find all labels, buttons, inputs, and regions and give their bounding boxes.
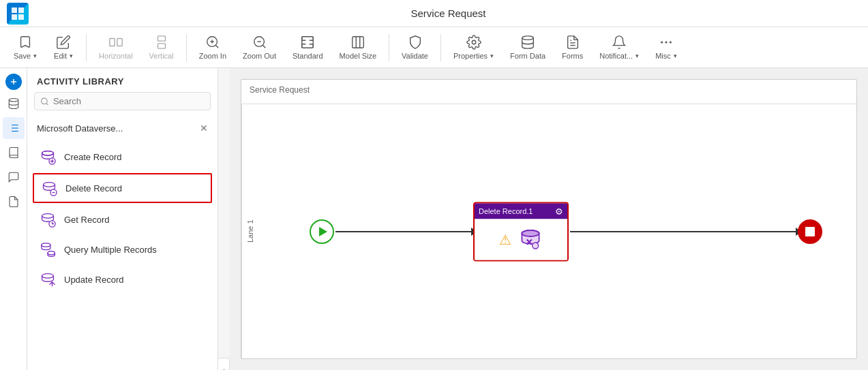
svg-point-46 xyxy=(42,274,54,279)
lane-label: Lane 1 xyxy=(241,104,258,358)
node-body: ⚠ xyxy=(475,219,567,260)
node-header: Delete Record.1 ⚙ xyxy=(475,203,567,219)
flow-end xyxy=(798,219,822,244)
page-title: Service Request xyxy=(35,7,861,19)
update-record-icon xyxy=(38,270,57,289)
svg-point-44 xyxy=(42,243,50,247)
model-size-button[interactable]: Model Size xyxy=(333,32,383,63)
node-settings-icon[interactable]: ⚙ xyxy=(555,206,563,216)
query-multiple-label: Query Multiple Records xyxy=(64,245,157,255)
svg-point-39 xyxy=(44,183,55,187)
edit-chevron: ▾ xyxy=(70,52,73,59)
chat-icon-button[interactable] xyxy=(3,166,25,188)
svg-line-9 xyxy=(215,45,218,48)
svg-line-13 xyxy=(263,45,265,48)
query-multiple-icon xyxy=(38,240,57,259)
search-box[interactable] xyxy=(34,92,211,110)
standard-button[interactable]: Standard xyxy=(286,32,330,63)
validate-button[interactable]: Validate xyxy=(395,32,435,63)
vertical-button[interactable]: Vertical xyxy=(143,32,181,63)
svg-rect-2 xyxy=(12,14,17,20)
activity-library-panel: ACTIVITY LIBRARY Microsoft Dataverse... … xyxy=(27,68,218,370)
properties-button[interactable]: Properties▾ xyxy=(447,32,500,63)
activity-item-delete-record[interactable]: Delete Record xyxy=(33,173,212,203)
db-icon xyxy=(518,227,543,251)
arrow-start-to-node xyxy=(335,231,472,232)
get-record-icon xyxy=(38,210,57,229)
canvas-area: Service Request Lane 1 Delete Record.1 ⚙ xyxy=(230,68,868,370)
delete-record-icon xyxy=(40,179,59,198)
notifications-button[interactable]: Notificat...▾ xyxy=(593,32,646,63)
separator-4 xyxy=(440,34,441,61)
zoom-in-button[interactable]: Zoom In xyxy=(192,32,233,63)
svg-point-32 xyxy=(42,98,48,104)
activity-library-title: ACTIVITY LIBRARY xyxy=(27,68,218,92)
top-bar: Service Request xyxy=(0,0,868,27)
activity-item-create-record[interactable]: Create Record xyxy=(27,142,218,172)
activity-item-get-record[interactable]: Get Record xyxy=(27,204,218,234)
separator-2 xyxy=(186,34,187,61)
svg-point-35 xyxy=(42,151,54,156)
update-record-label: Update Record xyxy=(64,275,123,285)
side-icon-bar xyxy=(0,68,27,370)
activity-item-update-record[interactable]: Update Record xyxy=(27,264,218,294)
save-button[interactable]: Save▾ xyxy=(7,32,44,63)
create-record-label: Create Record xyxy=(64,152,122,162)
misc-button[interactable]: Misc▾ xyxy=(648,32,684,63)
zoom-out-button[interactable]: Zoom Out xyxy=(236,32,283,63)
book-icon-button[interactable] xyxy=(3,142,25,164)
node-title: Delete Record.1 xyxy=(479,207,533,215)
doc-icon-button[interactable] xyxy=(3,191,25,213)
svg-point-49 xyxy=(522,230,539,236)
svg-point-45 xyxy=(48,251,55,255)
horizontal-button[interactable]: Horizontal xyxy=(92,32,140,63)
svg-point-20 xyxy=(522,36,534,40)
svg-rect-7 xyxy=(158,44,165,48)
svg-point-52 xyxy=(533,243,539,249)
svg-rect-3 xyxy=(18,14,24,20)
svg-rect-5 xyxy=(117,39,122,46)
svg-point-19 xyxy=(472,40,476,44)
svg-line-33 xyxy=(46,103,48,104)
separator-3 xyxy=(389,34,389,61)
save-chevron: ▾ xyxy=(33,52,37,59)
svg-rect-6 xyxy=(158,36,165,41)
get-record-label: Get Record xyxy=(64,215,109,225)
svg-rect-1 xyxy=(18,7,24,13)
search-icon xyxy=(40,97,49,106)
close-datasource-button[interactable]: ✕ xyxy=(200,123,208,134)
toolbar: Save▾ Edit▾ Horizontal Vertical Zoom In … xyxy=(0,27,868,68)
add-icon-button[interactable] xyxy=(5,74,22,90)
lane-1: Lane 1 Delete Record.1 ⚙ ⚠ xyxy=(241,104,856,358)
list-icon-button[interactable] xyxy=(3,117,25,139)
search-input[interactable] xyxy=(53,96,205,106)
notif-chevron: ▾ xyxy=(635,52,639,59)
activity-list: Create Record Delete Record xyxy=(27,139,218,297)
edit-button[interactable]: Edit▾ xyxy=(46,32,80,63)
delete-record-label: Delete Record xyxy=(65,183,122,194)
start-icon xyxy=(319,227,327,236)
end-icon xyxy=(805,227,815,236)
activity-item-query-multiple[interactable]: Query Multiple Records xyxy=(27,234,218,264)
svg-point-42 xyxy=(42,214,54,219)
svg-rect-4 xyxy=(110,39,115,46)
form-data-button[interactable]: Form Data xyxy=(503,32,552,63)
forms-button[interactable]: Forms xyxy=(555,32,590,63)
svg-point-25 xyxy=(9,99,18,102)
collapse-panel-button[interactable]: ‹ xyxy=(218,358,230,370)
create-record-icon xyxy=(38,147,57,166)
datasource-header: Microsoft Dataverse... ✕ xyxy=(27,117,218,139)
db-icon-group xyxy=(518,227,543,251)
svg-rect-0 xyxy=(12,7,17,13)
separator-1 xyxy=(86,34,87,61)
activity-node-delete-record[interactable]: Delete Record.1 ⚙ ⚠ xyxy=(473,202,569,261)
misc-chevron: ▾ xyxy=(674,52,677,59)
arrow-node-to-end xyxy=(570,231,796,232)
app-logo xyxy=(7,3,29,25)
database-icon-button[interactable] xyxy=(3,93,25,114)
flow-start xyxy=(310,219,334,244)
svg-rect-16 xyxy=(353,37,364,48)
properties-chevron: ▾ xyxy=(490,52,494,59)
canvas-label: Service Request xyxy=(250,85,310,95)
datasource-name: Microsoft Dataverse... xyxy=(37,123,123,134)
